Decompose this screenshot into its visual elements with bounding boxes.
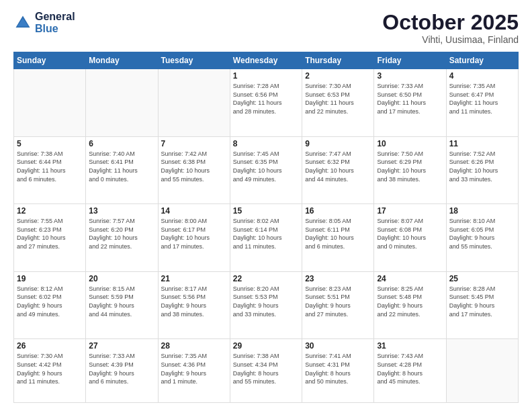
calendar-cell-1-4: 9Sunrise: 7:47 AMSunset: 6:32 PMDaylight… bbox=[302, 136, 374, 204]
day-number: 1 bbox=[233, 71, 299, 81]
day-info: Sunrise: 7:55 AMSunset: 6:23 PMDaylight:… bbox=[17, 217, 83, 250]
col-thursday: Thursday bbox=[302, 52, 374, 69]
day-info: Sunrise: 7:38 AMSunset: 6:44 PMDaylight:… bbox=[17, 150, 83, 183]
day-info: Sunrise: 8:10 AMSunset: 6:05 PMDaylight:… bbox=[449, 217, 515, 250]
calendar-week-4: 19Sunrise: 8:12 AMSunset: 6:02 PMDayligh… bbox=[14, 271, 519, 339]
calendar-cell-4-3: 29Sunrise: 7:38 AMSunset: 4:34 PMDayligh… bbox=[230, 339, 302, 403]
day-info: Sunrise: 7:40 AMSunset: 6:41 PMDaylight:… bbox=[89, 150, 154, 183]
calendar-cell-0-5: 3Sunrise: 7:33 AMSunset: 6:50 PMDaylight… bbox=[374, 69, 446, 137]
day-info: Sunrise: 8:17 AMSunset: 5:56 PMDaylight:… bbox=[161, 285, 227, 318]
day-number: 7 bbox=[161, 139, 227, 148]
day-number: 27 bbox=[89, 341, 154, 351]
calendar-cell-3-3: 22Sunrise: 8:20 AMSunset: 5:53 PMDayligh… bbox=[230, 271, 302, 339]
calendar-cell-2-6: 18Sunrise: 8:10 AMSunset: 6:05 PMDayligh… bbox=[446, 204, 518, 272]
day-info: Sunrise: 7:43 AMSunset: 4:28 PMDaylight:… bbox=[377, 352, 443, 385]
day-number: 8 bbox=[233, 139, 299, 148]
day-info: Sunrise: 7:30 AMSunset: 6:53 PMDaylight:… bbox=[305, 82, 371, 116]
day-info: Sunrise: 7:38 AMSunset: 4:34 PMDaylight:… bbox=[233, 352, 299, 385]
calendar-cell-0-2 bbox=[158, 69, 230, 137]
logo-icon bbox=[13, 13, 32, 32]
day-info: Sunrise: 7:57 AMSunset: 6:20 PMDaylight:… bbox=[89, 217, 154, 250]
day-info: Sunrise: 8:23 AMSunset: 5:51 PMDaylight:… bbox=[305, 285, 371, 318]
calendar-cell-4-0: 26Sunrise: 7:30 AMSunset: 4:42 PMDayligh… bbox=[14, 339, 86, 403]
day-number: 31 bbox=[377, 341, 443, 351]
title-block: October 2025 Vihti, Uusimaa, Finland bbox=[382, 11, 519, 45]
day-number: 29 bbox=[233, 341, 299, 351]
col-monday: Monday bbox=[86, 52, 158, 69]
calendar-cell-1-5: 10Sunrise: 7:50 AMSunset: 6:29 PMDayligh… bbox=[374, 136, 446, 204]
calendar-cell-1-6: 11Sunrise: 7:52 AMSunset: 6:26 PMDayligh… bbox=[446, 136, 518, 204]
calendar-cell-2-3: 15Sunrise: 8:02 AMSunset: 6:14 PMDayligh… bbox=[230, 204, 302, 272]
calendar-cell-3-6: 25Sunrise: 8:28 AMSunset: 5:45 PMDayligh… bbox=[446, 271, 518, 339]
day-number: 30 bbox=[305, 341, 371, 351]
day-info: Sunrise: 8:28 AMSunset: 5:45 PMDaylight:… bbox=[449, 285, 515, 318]
calendar-cell-4-1: 27Sunrise: 7:33 AMSunset: 4:39 PMDayligh… bbox=[86, 339, 158, 403]
day-info: Sunrise: 7:33 AMSunset: 6:50 PMDaylight:… bbox=[377, 82, 443, 116]
day-info: Sunrise: 8:25 AMSunset: 5:48 PMDaylight:… bbox=[377, 285, 443, 318]
calendar-cell-2-1: 13Sunrise: 7:57 AMSunset: 6:20 PMDayligh… bbox=[86, 204, 158, 272]
logo-line2: Blue bbox=[35, 23, 75, 35]
day-info: Sunrise: 7:50 AMSunset: 6:29 PMDaylight:… bbox=[377, 150, 443, 183]
day-number: 16 bbox=[305, 206, 371, 216]
day-number: 10 bbox=[377, 139, 443, 148]
day-info: Sunrise: 7:41 AMSunset: 4:31 PMDaylight:… bbox=[305, 352, 371, 385]
day-number: 28 bbox=[161, 341, 227, 351]
day-info: Sunrise: 7:52 AMSunset: 6:26 PMDaylight:… bbox=[449, 150, 515, 183]
page: General Blue October 2025 Vihti, Uusimaa… bbox=[0, 0, 532, 411]
calendar-cell-1-0: 5Sunrise: 7:38 AMSunset: 6:44 PMDaylight… bbox=[14, 136, 86, 204]
calendar-cell-2-0: 12Sunrise: 7:55 AMSunset: 6:23 PMDayligh… bbox=[14, 204, 86, 272]
day-number: 24 bbox=[377, 274, 443, 283]
day-number: 13 bbox=[89, 206, 154, 216]
day-info: Sunrise: 7:33 AMSunset: 4:39 PMDaylight:… bbox=[89, 352, 154, 385]
calendar-cell-2-2: 14Sunrise: 8:00 AMSunset: 6:17 PMDayligh… bbox=[158, 204, 230, 272]
calendar-cell-4-6 bbox=[446, 339, 518, 403]
day-info: Sunrise: 8:20 AMSunset: 5:53 PMDaylight:… bbox=[233, 285, 299, 318]
day-info: Sunrise: 7:28 AMSunset: 6:56 PMDaylight:… bbox=[233, 82, 299, 116]
day-info: Sunrise: 7:45 AMSunset: 6:35 PMDaylight:… bbox=[233, 150, 299, 183]
day-number: 9 bbox=[305, 139, 371, 148]
day-number: 23 bbox=[305, 274, 371, 283]
day-info: Sunrise: 7:35 AMSunset: 4:36 PMDaylight:… bbox=[161, 352, 227, 385]
header: General Blue October 2025 Vihti, Uusimaa… bbox=[13, 11, 519, 45]
calendar-cell-1-2: 7Sunrise: 7:42 AMSunset: 6:38 PMDaylight… bbox=[158, 136, 230, 204]
col-sunday: Sunday bbox=[14, 52, 86, 69]
main-title: October 2025 bbox=[382, 11, 519, 34]
calendar-cell-3-1: 20Sunrise: 8:15 AMSunset: 5:59 PMDayligh… bbox=[86, 271, 158, 339]
logo-line1: General bbox=[35, 11, 75, 23]
calendar-table: Sunday Monday Tuesday Wednesday Thursday… bbox=[13, 52, 519, 403]
calendar-week-1: 1Sunrise: 7:28 AMSunset: 6:56 PMDaylight… bbox=[14, 69, 519, 137]
day-number: 11 bbox=[449, 139, 515, 148]
subtitle: Vihti, Uusimaa, Finland bbox=[382, 34, 519, 45]
day-number: 15 bbox=[233, 206, 299, 216]
calendar-cell-0-3: 1Sunrise: 7:28 AMSunset: 6:56 PMDaylight… bbox=[230, 69, 302, 137]
calendar-cell-2-4: 16Sunrise: 8:05 AMSunset: 6:11 PMDayligh… bbox=[302, 204, 374, 272]
day-number: 21 bbox=[161, 274, 227, 283]
col-saturday: Saturday bbox=[446, 52, 518, 69]
calendar-cell-0-0 bbox=[14, 69, 86, 137]
day-info: Sunrise: 8:02 AMSunset: 6:14 PMDaylight:… bbox=[233, 217, 299, 250]
day-number: 18 bbox=[449, 206, 515, 216]
logo: General Blue bbox=[13, 11, 75, 34]
day-number: 5 bbox=[17, 139, 83, 148]
day-info: Sunrise: 8:05 AMSunset: 6:11 PMDaylight:… bbox=[305, 217, 371, 250]
day-info: Sunrise: 8:15 AMSunset: 5:59 PMDaylight:… bbox=[89, 285, 154, 318]
day-number: 4 bbox=[449, 71, 515, 81]
calendar-cell-3-4: 23Sunrise: 8:23 AMSunset: 5:51 PMDayligh… bbox=[302, 271, 374, 339]
day-number: 12 bbox=[17, 206, 83, 216]
day-number: 22 bbox=[233, 274, 299, 283]
day-info: Sunrise: 8:07 AMSunset: 6:08 PMDaylight:… bbox=[377, 217, 443, 250]
col-wednesday: Wednesday bbox=[230, 52, 302, 69]
calendar-cell-0-6: 4Sunrise: 7:35 AMSunset: 6:47 PMDaylight… bbox=[446, 69, 518, 137]
calendar-cell-4-4: 30Sunrise: 7:41 AMSunset: 4:31 PMDayligh… bbox=[302, 339, 374, 403]
calendar-cell-4-2: 28Sunrise: 7:35 AMSunset: 4:36 PMDayligh… bbox=[158, 339, 230, 403]
day-number: 17 bbox=[377, 206, 443, 216]
day-number: 14 bbox=[161, 206, 227, 216]
day-info: Sunrise: 7:42 AMSunset: 6:38 PMDaylight:… bbox=[161, 150, 227, 183]
col-tuesday: Tuesday bbox=[158, 52, 230, 69]
calendar-cell-2-5: 17Sunrise: 8:07 AMSunset: 6:08 PMDayligh… bbox=[374, 204, 446, 272]
day-number: 26 bbox=[17, 341, 83, 351]
day-number: 19 bbox=[17, 274, 83, 283]
day-info: Sunrise: 8:12 AMSunset: 6:02 PMDaylight:… bbox=[17, 285, 83, 318]
calendar-week-2: 5Sunrise: 7:38 AMSunset: 6:44 PMDaylight… bbox=[14, 136, 519, 204]
day-info: Sunrise: 7:47 AMSunset: 6:32 PMDaylight:… bbox=[305, 150, 371, 183]
